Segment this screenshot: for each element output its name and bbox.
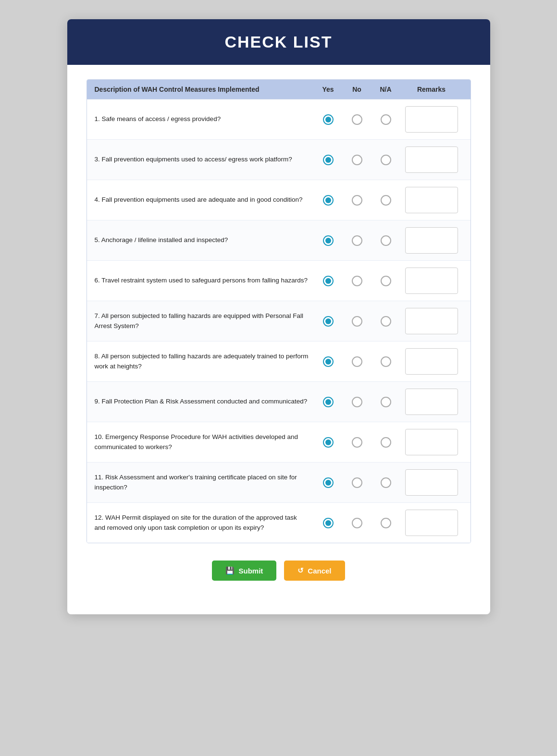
radio-na-12[interactable] xyxy=(381,518,391,528)
radio-yes-8[interactable] xyxy=(323,356,334,367)
cancel-button[interactable]: ↺ Cancel xyxy=(284,561,345,581)
table-row: 12. WAH Permit displayed on site for the… xyxy=(87,503,470,543)
checklist-page: CHECK LIST Description of WAH Control Me… xyxy=(67,19,490,614)
radio-yes-3[interactable] xyxy=(323,155,334,165)
page-header: CHECK LIST xyxy=(67,19,490,65)
radio-na-8[interactable] xyxy=(381,356,391,367)
radio-no-6[interactable] xyxy=(352,276,362,286)
radio-no-3[interactable] xyxy=(352,155,362,165)
row-description-10: 10. Emergency Response Procedure for WAH… xyxy=(95,432,314,452)
table-row: 9. Fall Protection Plan & Risk Assessmen… xyxy=(87,382,470,422)
submit-label: Submit xyxy=(238,567,263,575)
radio-yes-4[interactable] xyxy=(323,195,334,206)
table-row: 11. Risk Assessment and worker's trainin… xyxy=(87,463,470,503)
radio-no-5[interactable] xyxy=(352,235,362,246)
row-description-11: 11. Risk Assessment and worker's trainin… xyxy=(95,473,314,492)
remarks-input-11[interactable] xyxy=(405,469,458,496)
radio-na-1[interactable] xyxy=(381,114,391,125)
remarks-input-10[interactable] xyxy=(405,429,458,455)
radio-na-7[interactable] xyxy=(381,316,391,327)
table-row: 5. Anchorage / lifeline installed and in… xyxy=(87,220,470,261)
table-header-row: Description of WAH Control Measures Impl… xyxy=(87,80,470,99)
row-description-3: 3. Fall prevention equipments used to ac… xyxy=(95,155,314,164)
table-row: 4. Fall prevention equipments used are a… xyxy=(87,180,470,220)
main-content: Description of WAH Control Measures Impl… xyxy=(67,65,490,590)
row-description-6: 6. Travel restraint system used to safeg… xyxy=(95,276,314,285)
page-title: CHECK LIST xyxy=(87,33,471,51)
remarks-input-5[interactable] xyxy=(405,227,458,254)
table-row: 6. Travel restraint system used to safeg… xyxy=(87,261,470,301)
remarks-input-6[interactable] xyxy=(405,268,458,294)
radio-na-11[interactable] xyxy=(381,477,391,488)
radio-na-9[interactable] xyxy=(381,397,391,407)
radio-no-1[interactable] xyxy=(352,114,362,125)
table-row: 3. Fall prevention equipments used to ac… xyxy=(87,140,470,180)
radio-yes-12[interactable] xyxy=(323,518,334,528)
radio-no-10[interactable] xyxy=(352,437,362,448)
table-row: 7. All person subjected to falling hazar… xyxy=(87,301,470,341)
radio-na-4[interactable] xyxy=(381,195,391,206)
cancel-icon: ↺ xyxy=(297,566,304,575)
submit-button[interactable]: 💾 Submit xyxy=(212,561,276,581)
table-row: 8. All person subjected to falling hazar… xyxy=(87,341,470,382)
col-header-no: No xyxy=(343,85,371,93)
radio-no-8[interactable] xyxy=(352,356,362,367)
radio-yes-6[interactable] xyxy=(323,276,334,286)
radio-na-3[interactable] xyxy=(381,155,391,165)
radio-yes-10[interactable] xyxy=(323,437,334,448)
radio-no-9[interactable] xyxy=(352,397,362,407)
radio-na-5[interactable] xyxy=(381,235,391,246)
radio-yes-5[interactable] xyxy=(323,235,334,246)
radio-no-4[interactable] xyxy=(352,195,362,206)
radio-no-11[interactable] xyxy=(352,477,362,488)
row-description-5: 5. Anchorage / lifeline installed and in… xyxy=(95,235,314,245)
submit-icon: 💾 xyxy=(225,566,235,575)
remarks-input-9[interactable] xyxy=(405,389,458,415)
remarks-input-1[interactable] xyxy=(405,106,458,133)
remarks-input-7[interactable] xyxy=(405,308,458,334)
row-description-1: 1. Safe means of access / egress provide… xyxy=(95,114,314,124)
radio-na-6[interactable] xyxy=(381,276,391,286)
cancel-label: Cancel xyxy=(308,567,331,575)
remarks-input-8[interactable] xyxy=(405,348,458,375)
col-header-na: N/A xyxy=(371,85,400,93)
radio-na-10[interactable] xyxy=(381,437,391,448)
radio-yes-7[interactable] xyxy=(323,316,334,327)
col-header-yes: Yes xyxy=(314,85,343,93)
radio-no-7[interactable] xyxy=(352,316,362,327)
radio-yes-9[interactable] xyxy=(323,397,334,407)
row-description-9: 9. Fall Protection Plan & Risk Assessmen… xyxy=(95,397,314,406)
row-description-4: 4. Fall prevention equipments used are a… xyxy=(95,195,314,205)
table-body: 1. Safe means of access / egress provide… xyxy=(87,99,470,543)
remarks-input-4[interactable] xyxy=(405,187,458,213)
radio-yes-1[interactable] xyxy=(323,114,334,125)
table-row: 1. Safe means of access / egress provide… xyxy=(87,99,470,140)
row-description-7: 7. All person subjected to falling hazar… xyxy=(95,311,314,331)
remarks-input-3[interactable] xyxy=(405,146,458,173)
col-header-description: Description of WAH Control Measures Impl… xyxy=(95,85,314,93)
table-row: 10. Emergency Response Procedure for WAH… xyxy=(87,422,470,463)
row-description-12: 12. WAH Permit displayed on site for the… xyxy=(95,513,314,533)
footer-buttons: 💾 Submit ↺ Cancel xyxy=(87,561,471,581)
checklist-table: Description of WAH Control Measures Impl… xyxy=(87,79,471,543)
radio-no-12[interactable] xyxy=(352,518,362,528)
row-description-8: 8. All person subjected to falling hazar… xyxy=(95,352,314,371)
radio-yes-11[interactable] xyxy=(323,477,334,488)
col-header-remarks: Remarks xyxy=(400,85,463,93)
remarks-input-12[interactable] xyxy=(405,510,458,536)
